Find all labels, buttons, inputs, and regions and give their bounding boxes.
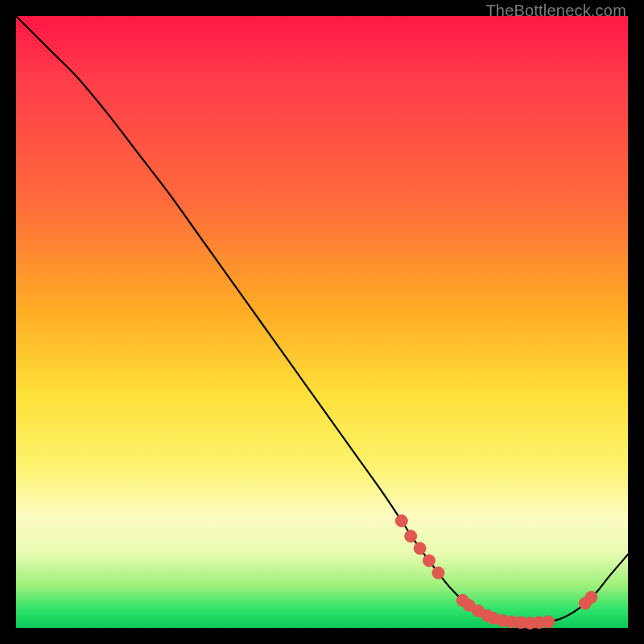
- sample-dot: [585, 592, 597, 604]
- curve-layer: [16, 16, 628, 628]
- sample-dot: [432, 567, 444, 579]
- sample-dot: [543, 616, 555, 628]
- bottleneck-curve: [16, 16, 628, 623]
- chart-frame: TheBottleneck.com: [0, 0, 644, 644]
- watermark-text: TheBottleneck.com: [485, 2, 626, 20]
- sample-dots-group: [395, 515, 597, 630]
- sample-dot: [414, 543, 426, 555]
- sample-dot: [395, 515, 407, 527]
- plot-area: [16, 16, 628, 628]
- sample-dot: [423, 555, 436, 567]
- sample-dot: [405, 530, 417, 543]
